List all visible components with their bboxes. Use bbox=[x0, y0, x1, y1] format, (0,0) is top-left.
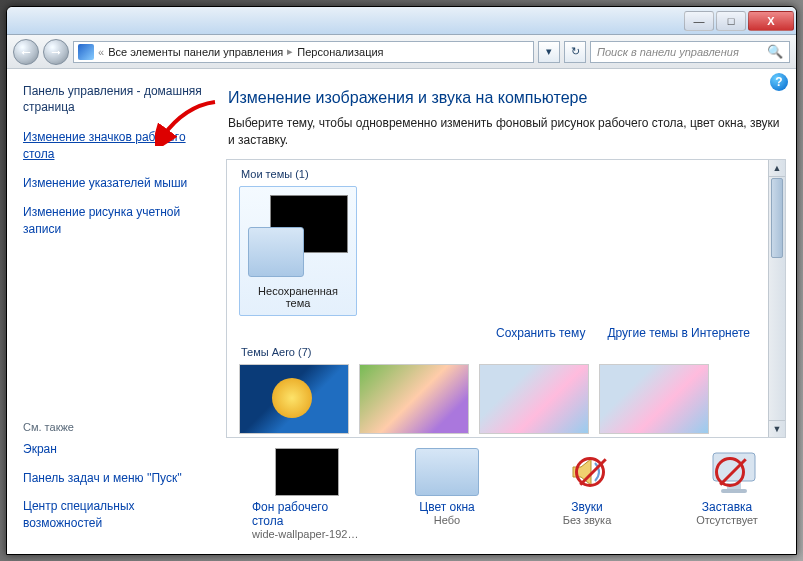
svg-rect-2 bbox=[721, 489, 747, 493]
no-sign-icon bbox=[575, 457, 605, 487]
address-bar[interactable]: « Все элементы панели управления ▸ Персо… bbox=[73, 41, 534, 63]
breadcrumb-parent[interactable]: Все элементы панели управления bbox=[108, 46, 283, 58]
breadcrumb-current[interactable]: Персонализация bbox=[297, 46, 383, 58]
window-color-item[interactable]: Цвет окна Небо bbox=[392, 448, 502, 540]
minimize-button[interactable]: — bbox=[684, 11, 714, 31]
theme-actions-row: Сохранить тему Другие темы в Интернете bbox=[239, 326, 750, 340]
search-placeholder: Поиск в панели управления bbox=[597, 46, 739, 58]
save-theme-link[interactable]: Сохранить тему bbox=[496, 326, 585, 340]
aero-theme-1[interactable] bbox=[239, 364, 349, 434]
desktop-background-thumb bbox=[275, 448, 339, 496]
screensaver-thumb bbox=[695, 448, 759, 496]
theme-label: Несохраненная тема bbox=[246, 285, 350, 309]
breadcrumb-sep: ▸ bbox=[287, 45, 293, 58]
sounds-value: Без звука bbox=[532, 514, 642, 526]
personalization-window: — □ X ← → « Все элементы панели управлен… bbox=[6, 6, 797, 555]
aero-theme-2[interactable] bbox=[359, 364, 469, 434]
desktop-background-item[interactable]: Фон рабочего стола wide-wallpaper-1920x1… bbox=[252, 448, 362, 540]
see-also-accessibility[interactable]: Центр специальных возможностей bbox=[23, 498, 204, 532]
aero-themes-row bbox=[239, 364, 756, 434]
theme-thumbnail bbox=[246, 193, 350, 279]
aero-theme-4[interactable] bbox=[599, 364, 709, 434]
control-panel-home-link[interactable]: Панель управления - домашняя страница bbox=[23, 83, 204, 115]
see-also-label: См. также bbox=[23, 421, 204, 433]
category-my-themes: Мои темы (1) bbox=[241, 168, 756, 180]
see-also-taskbar[interactable]: Панель задач и меню ''Пуск'' bbox=[23, 470, 204, 487]
theme-tile-unsaved[interactable]: Несохраненная тема bbox=[239, 186, 357, 316]
navbar: ← → « Все элементы панели управления ▸ П… bbox=[7, 35, 796, 69]
refresh-button[interactable]: ↻ bbox=[564, 41, 586, 63]
sidebar-link-account-picture[interactable]: Изменение рисунка учетной записи bbox=[23, 204, 204, 238]
window-color-label: Цвет окна bbox=[419, 500, 474, 514]
themes-content: Мои темы (1) Несохраненная тема Сохранит… bbox=[227, 160, 768, 437]
nav-back-button[interactable]: ← bbox=[13, 39, 39, 65]
help-icon[interactable]: ? bbox=[770, 73, 788, 91]
sounds-item[interactable]: Звуки Без звука bbox=[532, 448, 642, 540]
category-aero: Темы Aero (7) bbox=[241, 346, 756, 358]
window-color-thumb bbox=[415, 448, 479, 496]
screensaver-item[interactable]: Заставка Отсутствует bbox=[672, 448, 782, 540]
vertical-scrollbar[interactable]: ▲ ▼ bbox=[768, 160, 785, 437]
main-panel: ? Изменение изображения и звука на компь… bbox=[216, 69, 796, 554]
desktop-background-label: Фон рабочего стола bbox=[252, 500, 362, 528]
page-subtitle: Выберите тему, чтобы одновременно измени… bbox=[228, 115, 782, 149]
sidebar-link-desktop-icons[interactable]: Изменение значков рабочего стола bbox=[23, 129, 204, 163]
scroll-up-icon[interactable]: ▲ bbox=[769, 160, 785, 177]
scroll-thumb[interactable] bbox=[771, 178, 783, 258]
maximize-button[interactable]: □ bbox=[716, 11, 746, 31]
bottom-settings-row: Фон рабочего стола wide-wallpaper-1920x1… bbox=[224, 438, 788, 546]
screensaver-label: Заставка bbox=[702, 500, 753, 514]
screensaver-value: Отсутствует bbox=[672, 514, 782, 526]
search-icon: 🔍 bbox=[767, 44, 783, 59]
see-also-display[interactable]: Экран bbox=[23, 441, 204, 458]
address-dropdown-button[interactable]: ▾ bbox=[538, 41, 560, 63]
control-panel-icon bbox=[78, 44, 94, 60]
themes-listbox: Мои темы (1) Несохраненная тема Сохранит… bbox=[226, 159, 786, 438]
sidebar: Панель управления - домашняя страница Из… bbox=[7, 69, 216, 554]
theme-preview-window bbox=[248, 227, 304, 277]
search-input[interactable]: Поиск в панели управления 🔍 bbox=[590, 41, 790, 63]
content-area: Панель управления - домашняя страница Из… bbox=[7, 69, 796, 554]
more-themes-link[interactable]: Другие темы в Интернете bbox=[607, 326, 750, 340]
page-title: Изменение изображения и звука на компьют… bbox=[228, 89, 788, 107]
sounds-label: Звуки bbox=[571, 500, 602, 514]
aero-theme-3[interactable] bbox=[479, 364, 589, 434]
window-color-value: Небо bbox=[392, 514, 502, 526]
scroll-down-icon[interactable]: ▼ bbox=[769, 420, 785, 437]
sounds-thumb bbox=[555, 448, 619, 496]
close-button[interactable]: X bbox=[748, 11, 794, 31]
nav-forward-button[interactable]: → bbox=[43, 39, 69, 65]
no-sign-icon bbox=[715, 457, 745, 487]
titlebar: — □ X bbox=[7, 7, 796, 35]
desktop-background-value: wide-wallpaper-1920x10... bbox=[252, 528, 362, 540]
breadcrumb-chevron: « bbox=[98, 46, 104, 58]
sidebar-link-mouse-pointers[interactable]: Изменение указателей мыши bbox=[23, 175, 204, 192]
